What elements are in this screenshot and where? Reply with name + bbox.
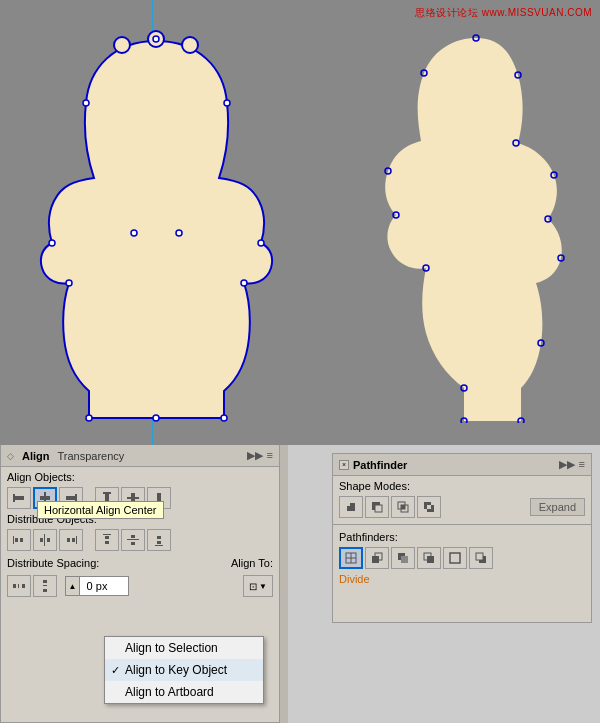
svg-rect-66 [350, 503, 355, 511]
svg-rect-68 [375, 505, 382, 512]
svg-rect-45 [40, 538, 43, 542]
align-center-h-btn[interactable] [33, 487, 57, 509]
transparency-tab[interactable]: Transparency [58, 450, 125, 462]
svg-point-6 [49, 240, 55, 246]
shape-modes-row: Expand [333, 494, 591, 522]
exclude-btn[interactable] [417, 496, 441, 518]
svg-rect-30 [15, 496, 24, 500]
svg-rect-58 [157, 541, 161, 544]
svg-rect-57 [157, 536, 161, 539]
svg-rect-29 [13, 494, 15, 502]
minus-front-btn[interactable] [365, 496, 389, 518]
align-to-dropdown-menu: Align to Selection Align to Key Object A… [104, 636, 264, 704]
align-middle-v-btn[interactable] [121, 487, 145, 509]
svg-rect-59 [13, 584, 16, 588]
svg-point-12 [86, 415, 92, 421]
figure-right-svg [346, 23, 566, 423]
pathfinder-controls: ▶▶ ≡ [559, 458, 585, 471]
dist-top-btn[interactable] [95, 529, 119, 551]
bottom-area: ◇ Align Transparency ▶▶ ≡ Align Objects: [0, 445, 600, 723]
svg-point-0 [114, 37, 130, 53]
figure-right [346, 23, 566, 423]
svg-rect-32 [40, 496, 50, 500]
align-to-selection-label: Align to Selection [125, 641, 218, 655]
distribute-objects-label: Distribute Objects: [1, 511, 279, 527]
svg-rect-56 [155, 545, 163, 546]
spinner-up-btn[interactable]: ▲ [66, 577, 80, 595]
svg-rect-51 [105, 536, 109, 539]
svg-rect-64 [43, 589, 47, 592]
expand-btn[interactable]: Expand [530, 498, 585, 516]
figure-left-svg [34, 23, 279, 423]
svg-point-5 [224, 100, 230, 106]
outline-btn[interactable] [443, 547, 467, 569]
svg-point-9 [258, 240, 264, 246]
divide-btn[interactable] [339, 547, 363, 569]
align-to-key-object-label: Align to Key Object [125, 663, 227, 677]
align-to-key-object-item[interactable]: Align to Key Object [105, 659, 263, 681]
dist-center-h-btn[interactable] [33, 529, 57, 551]
align-to-selection-item[interactable]: Align to Selection [105, 637, 263, 659]
align-to-dropdown-btn[interactable]: ⊡ ▼ [243, 575, 273, 597]
dist-left-btn[interactable] [7, 529, 31, 551]
figure-left [34, 23, 279, 423]
distribute-objects-row [1, 527, 279, 553]
spacing-controls-row: ▲ ⊡ ▼ [1, 573, 279, 599]
watermark: 思络设计论坛 www.MISSVUAN.COM [415, 6, 592, 20]
merge-btn[interactable] [391, 547, 415, 569]
trim-btn[interactable] [365, 547, 389, 569]
svg-rect-63 [43, 585, 47, 586]
svg-rect-54 [131, 535, 135, 538]
pathfinder-panel: × Pathfinder ▶▶ ≡ Shape Modes: [332, 453, 592, 623]
align-to-artboard-item[interactable]: Align to Artboard [105, 681, 263, 703]
distribute-spacing-row: Distribute Spacing: Align To: [1, 553, 279, 573]
svg-rect-35 [103, 492, 111, 494]
align-left-btn[interactable] [7, 487, 31, 509]
svg-rect-34 [66, 496, 75, 500]
svg-rect-38 [131, 493, 135, 503]
svg-rect-33 [75, 494, 77, 502]
crop-btn[interactable] [417, 547, 441, 569]
pathfinder-expand-icon[interactable]: ▶▶ [559, 458, 575, 471]
align-bottom-btn[interactable] [147, 487, 171, 509]
svg-rect-60 [18, 584, 19, 588]
expand-icon[interactable]: ▶▶ [247, 449, 263, 462]
svg-rect-48 [67, 538, 70, 542]
align-to-artboard-label: Align to Artboard [125, 685, 214, 699]
intersect-btn[interactable] [391, 496, 415, 518]
align-right-btn[interactable] [59, 487, 83, 509]
svg-rect-42 [15, 538, 18, 542]
svg-rect-75 [427, 505, 431, 509]
svg-rect-40 [157, 493, 161, 502]
right-panel-area: × Pathfinder ▶▶ ≡ Shape Modes: [288, 445, 600, 723]
svg-point-7 [131, 230, 137, 236]
dist-right-btn[interactable] [59, 529, 83, 551]
pathfinder-close-btn[interactable]: × [339, 460, 349, 470]
svg-rect-41 [13, 536, 14, 544]
space-h-btn[interactable] [7, 575, 31, 597]
svg-point-11 [241, 280, 247, 286]
pathfinder-header: × Pathfinder ▶▶ ≡ [333, 454, 591, 476]
svg-point-13 [221, 415, 227, 421]
minus-back-btn[interactable] [469, 547, 493, 569]
align-top-btn[interactable] [95, 487, 119, 509]
distribute-spacing-label: Distribute Spacing: [7, 557, 227, 569]
panel-controls: ▶▶ ≡ [247, 449, 273, 462]
shape-modes-label: Shape Modes: [333, 476, 591, 494]
menu-icon[interactable]: ≡ [267, 449, 273, 462]
svg-rect-47 [76, 536, 77, 544]
pathfinder-menu-icon[interactable]: ≡ [579, 458, 585, 471]
align-tab[interactable]: Align [22, 450, 50, 462]
svg-rect-72 [401, 505, 405, 509]
svg-point-3 [153, 36, 159, 42]
align-panel-header: ◇ Align Transparency ▶▶ ≡ [1, 445, 279, 467]
unite-btn[interactable] [339, 496, 363, 518]
svg-rect-85 [450, 553, 460, 563]
spacing-input[interactable] [80, 577, 114, 595]
pathfinders-row [333, 545, 591, 571]
dist-middle-v-btn[interactable] [121, 529, 145, 551]
svg-point-14 [153, 415, 159, 421]
svg-rect-50 [103, 534, 111, 535]
dist-bottom-btn[interactable] [147, 529, 171, 551]
space-v-btn[interactable] [33, 575, 57, 597]
